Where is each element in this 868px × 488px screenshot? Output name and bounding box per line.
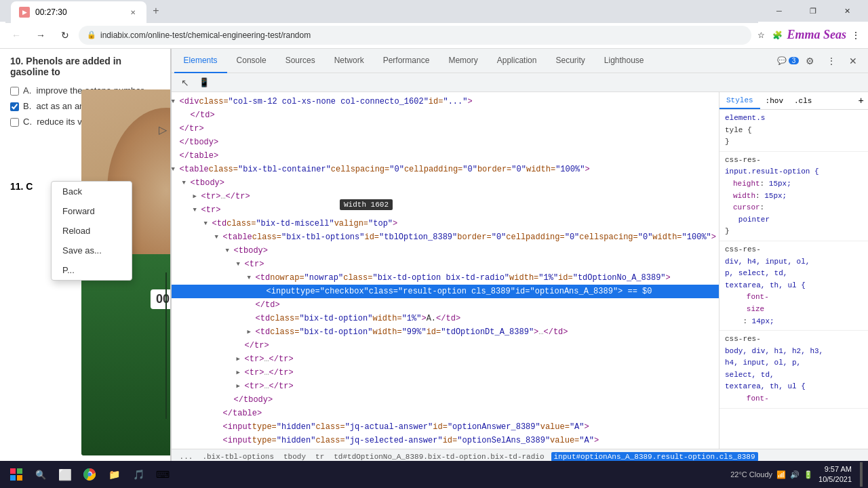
devtools-settings-icon[interactable]: ⚙ — [800, 52, 819, 70]
expand-icon[interactable]: ▼ — [182, 177, 191, 189]
tree-line[interactable]: ▼ <table class="bix-tbl-options" id="tbl… — [172, 230, 719, 244]
expand-icon[interactable]: ▼ — [237, 258, 245, 270]
hov-filter[interactable]: :hov — [760, 92, 789, 109]
browser-chrome: ▶ 00:27:30 ✕ + ─ ❐ ✕ ← → ↻ 🔒 indiabix.co… — [0, 0, 868, 49]
status-td-option-no[interactable]: td#tdOptionNo_A_8389.bix-td-option.bix-t… — [331, 453, 547, 461]
context-menu-save-as[interactable]: Save as... — [52, 241, 132, 260]
tree-line[interactable]: </tbody> — [172, 136, 719, 149]
tree-line-selected[interactable]: <input type="checkbox" class="result-opt… — [172, 285, 719, 298]
tree-line[interactable]: </tr> — [172, 339, 719, 352]
tree-line[interactable]: ▶ <tr>…</tr> — [172, 352, 719, 366]
new-tab-button[interactable]: + — [146, 1, 165, 20]
devtools-main-content: ▼ <div class="col-sm-12 col-xs-none col-… — [172, 92, 868, 449]
reload-button[interactable]: ↻ — [54, 24, 76, 46]
tree-line[interactable]: ▼ <table class="bix-tbl-container" cells… — [172, 163, 719, 176]
option-b-checkbox[interactable] — [10, 102, 19, 111]
expand-icon[interactable]: ▶ — [237, 353, 245, 365]
tree-line[interactable]: </td> — [172, 108, 719, 122]
maximize-button[interactable]: ❐ — [797, 0, 829, 22]
tree-line[interactable]: <input type="hidden" class="jq-selected-… — [172, 434, 719, 447]
bookmark-icon[interactable]: ☆ — [754, 28, 768, 42]
status-tr[interactable]: tr — [313, 453, 327, 461]
tree-line[interactable]: </table> — [172, 407, 719, 420]
show-desktop-button[interactable] — [860, 462, 863, 487]
tab-close-button[interactable]: ✕ — [127, 7, 138, 18]
styles-tab[interactable]: Styles — [719, 92, 760, 109]
back-button[interactable]: ← — [5, 24, 27, 46]
expand-icon[interactable]: ▼ — [248, 272, 256, 284]
expand-icon[interactable]: ▶ — [193, 190, 201, 203]
status-tbody[interactable]: tbody — [281, 453, 309, 461]
vlc-taskbar-icon[interactable]: 🎵 — [127, 464, 149, 485]
extension-icon[interactable]: 🧩 — [770, 28, 784, 42]
address-bar[interactable]: 🔒 indiabix.com/online-test/chemical-engi… — [79, 26, 751, 45]
tab-performance[interactable]: Performance — [374, 49, 439, 73]
start-button[interactable] — [5, 464, 27, 485]
tree-line[interactable]: ▼ <tr> — [172, 258, 719, 271]
file-explorer-taskbar-icon[interactable]: 📁 — [103, 464, 125, 485]
context-menu-reload[interactable]: Reload — [52, 221, 132, 241]
tree-line[interactable]: ▼ <div class="col-sm-12 col-xs-none col-… — [172, 95, 719, 108]
status-bix-tbl-options[interactable]: .bix-tbl-options — [199, 453, 277, 461]
expand-icon[interactable]: ▼ — [193, 204, 201, 216]
tree-line[interactable]: ▶ <tr>…</tr> — [172, 190, 719, 203]
cls-filter[interactable]: .cls — [789, 92, 817, 109]
expand-icon[interactable]: ▶ — [248, 326, 256, 338]
forward-button[interactable]: → — [30, 24, 52, 46]
styles-plus-icon[interactable]: + — [854, 92, 868, 109]
tree-line[interactable]: ▼ <tbody> — [172, 244, 719, 258]
html-tree-panel[interactable]: ▼ <div class="col-sm-12 col-xs-none col-… — [172, 92, 719, 449]
option-a-checkbox[interactable] — [10, 87, 19, 96]
tab-memory[interactable]: Memory — [439, 49, 487, 73]
tab-application[interactable]: Application — [488, 49, 547, 73]
tree-line[interactable]: <td class="bix-td-option" width="1%" > A… — [172, 312, 719, 325]
expand-icon[interactable]: ▼ — [226, 245, 234, 257]
context-menu-back[interactable]: Back — [52, 182, 132, 201]
tab-console[interactable]: Console — [227, 49, 276, 73]
expand-icon[interactable]: ▶ — [237, 367, 245, 379]
tree-line[interactable]: </tbody> — [172, 393, 719, 407]
tree-line[interactable]: ▶ <tr>…</tr> — [172, 380, 719, 393]
tab-network[interactable]: Network — [325, 49, 374, 73]
context-menu-forward[interactable]: Forward — [52, 201, 132, 221]
devtools-close-icon[interactable]: ✕ — [844, 52, 863, 70]
console-badge[interactable]: 💬3 — [778, 52, 797, 70]
expand-icon[interactable]: ▶ — [237, 380, 245, 392]
close-button[interactable]: ✕ — [831, 0, 863, 22]
tab-sources[interactable]: Sources — [276, 49, 325, 73]
tree-line[interactable]: </td> — [172, 298, 719, 312]
device-toolbar-icon[interactable]: 📱 — [196, 75, 212, 91]
tree-line[interactable]: </table> — [172, 149, 719, 163]
option-c-checkbox[interactable] — [10, 118, 19, 127]
tree-line[interactable]: ▶ <tr>…</tr> — [172, 366, 719, 380]
tree-line[interactable]: <input type="hidden" class="jq-actual-an… — [172, 420, 719, 434]
chrome-taskbar-icon[interactable] — [79, 464, 100, 485]
inspect-element-icon[interactable]: ↖ — [177, 75, 193, 91]
tab-lighthouse[interactable]: Lighthouse — [595, 49, 654, 73]
devtools-more-icon[interactable]: ⋮ — [822, 52, 841, 70]
expand-icon[interactable]: ▼ — [172, 96, 180, 108]
minimize-button[interactable]: ─ — [764, 0, 795, 22]
tree-line[interactable]: ▼ <tr> — [172, 203, 719, 217]
tree-line[interactable]: ▼ <tbody> — [172, 176, 719, 190]
tab-security[interactable]: Security — [546, 49, 594, 73]
terminal-taskbar-icon[interactable]: ⌨ — [152, 464, 174, 485]
status-input-selected[interactable]: input#optionAns_A_8389.result-option.cls… — [551, 452, 758, 462]
tree-line[interactable]: </tr> — [172, 122, 719, 136]
collapse-icon[interactable]: ▷ — [159, 123, 167, 136]
task-view-icon[interactable]: ⬜ — [54, 464, 76, 485]
status-ellipsis[interactable]: ... — [177, 453, 196, 461]
expand-icon[interactable]: ▼ — [204, 218, 212, 230]
tree-line[interactable]: ▶ <td class="bix-td-option" width="99%" … — [172, 325, 719, 339]
context-menu-print[interactable]: P... — [52, 260, 132, 280]
expand-icon[interactable]: ▼ — [215, 231, 223, 243]
settings-icon[interactable]: ⋮ — [849, 28, 863, 42]
devtools-elements-toolbar: ↖ 📱 — [172, 73, 868, 92]
search-taskbar-icon[interactable]: 🔍 — [30, 464, 52, 485]
tab-elements[interactable]: Elements — [174, 49, 227, 73]
taskbar-clock[interactable]: 9:57 AM 10/5/2021 — [818, 464, 852, 485]
active-tab[interactable]: ▶ 00:27:30 ✕ — [11, 1, 146, 23]
tree-line[interactable]: ▼ <td nowrap="nowrap" class="bix-td-opti… — [172, 271, 719, 285]
tree-line[interactable]: ▼ <td class="bix-td-miscell" valign="top… — [172, 217, 719, 230]
expand-icon[interactable]: ▼ — [172, 163, 180, 176]
